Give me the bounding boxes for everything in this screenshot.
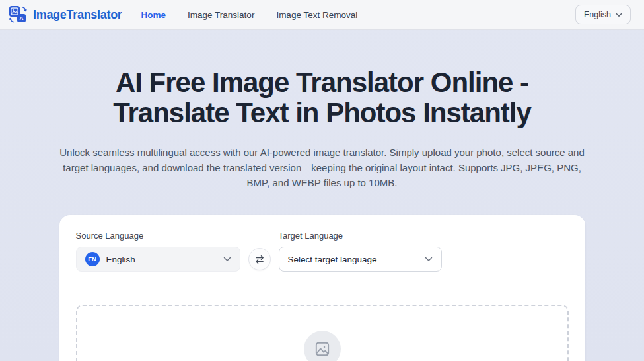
source-language-badge: EN [85, 252, 100, 266]
chevron-down-icon [425, 257, 433, 262]
language-selects-row: Source Language EN English [76, 231, 569, 272]
target-language-select[interactable]: Select target language [279, 247, 442, 272]
hero-subtitle: Unlock seamless multilingual access with… [58, 145, 587, 190]
image-translate-logo-icon: A [8, 5, 28, 24]
site-language-selector[interactable]: English [575, 5, 631, 24]
nav-item-image-translator[interactable]: Image Translator [188, 10, 254, 20]
page-title: AI Free Image Translator Online - Transl… [0, 67, 644, 128]
target-language-group: Target Language Select target language [279, 231, 442, 272]
source-language-group: Source Language EN English [76, 231, 240, 272]
page-title-line2: Translate Text in Photos Instantly [0, 98, 644, 128]
site-language-value: English [584, 10, 611, 19]
image-placeholder-icon [314, 341, 331, 358]
nav-item-home[interactable]: Home [141, 10, 166, 20]
translator-card: Source Language EN English [59, 215, 585, 361]
source-language-label: Source Language [76, 231, 240, 241]
target-language-placeholder: Select target language [288, 255, 377, 264]
upload-icon-circle [304, 331, 341, 361]
source-language-select[interactable]: EN English [76, 247, 240, 272]
nav-item-image-text-removal[interactable]: Image Text Removal [276, 10, 357, 20]
header: A ImageTranslator Home Image Translator … [0, 0, 644, 30]
page-title-line1: AI Free Image Translator Online - [0, 67, 644, 98]
page: A ImageTranslator Home Image Translator … [0, 0, 644, 361]
chevron-down-icon [223, 257, 231, 262]
card-divider [76, 290, 569, 290]
swap-horizontal-icon [254, 255, 265, 264]
source-language-value: English [106, 255, 135, 264]
target-language-label: Target Language [279, 231, 442, 241]
main-nav: Home Image Translator Image Text Removal [141, 10, 358, 20]
brand-name: ImageTranslator [33, 8, 122, 22]
chevron-down-icon [616, 13, 622, 17]
image-upload-dropzone[interactable] [76, 305, 569, 361]
swap-languages-button[interactable] [248, 248, 271, 270]
svg-text:A: A [19, 15, 24, 22]
hero-section: AI Free Image Translator Online - Transl… [0, 30, 644, 190]
brand-logo[interactable]: A ImageTranslator [8, 5, 122, 24]
